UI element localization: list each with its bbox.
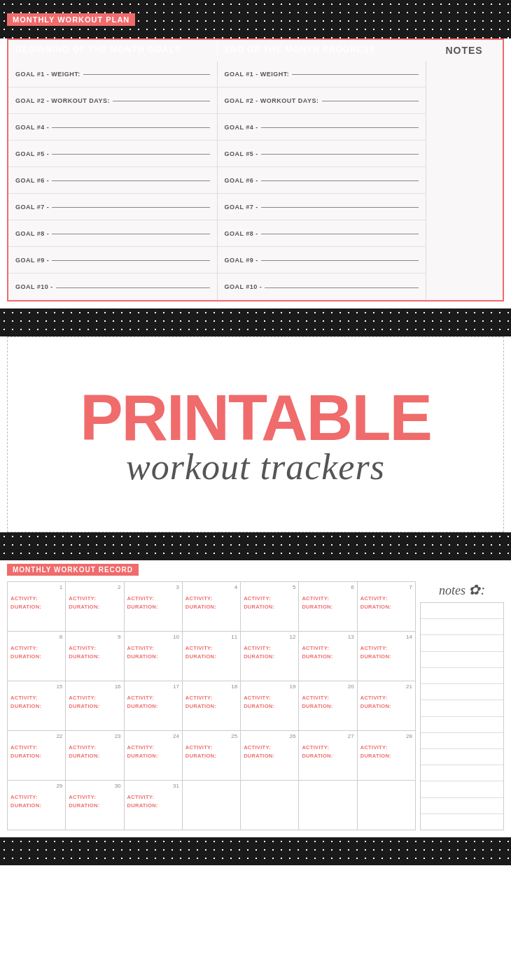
goal-right-label: GOAL #4 - [225,124,258,131]
activity-label: ACTIVITY: [360,744,412,751]
goal-left-label: GOAL #5 - [15,150,49,157]
day-number: 5 [244,584,295,590]
calendar-grid: 1 ACTIVITY: DURATION: 2 ACTIVITY: DURATI… [7,581,416,830]
polka-bottom [0,837,511,865]
activity-label: ACTIVITY: [360,595,412,602]
activity-label: ACTIVITY: [10,595,62,602]
notes-line [421,749,503,765]
activity-label: ACTIVITY: [186,595,237,602]
duration-label: DURATION: [127,802,179,809]
goals-table-header: BEGINNING OF THE MONTH GOALS END OF THE … [8,40,503,61]
calendar-day-cell: 30 ACTIVITY: DURATION: [66,781,124,830]
goal-right-line [322,101,419,101]
calendar-day-cell: 27 ACTIVITY: DURATION: [299,731,357,780]
goals-right-column: GOAL #1 - WEIGHT:GOAL #2 - WORKOUT DAYS:… [218,61,426,300]
duration-label: DURATION: [69,653,120,660]
goals-left-column: GOAL #1 - WEIGHT:GOAL #2 - WORKOUT DAYS:… [8,61,218,300]
goal-right-line [261,154,419,155]
day-number: 25 [186,733,237,739]
calendar-day-cell: 5 ACTIVITY: DURATION: [241,582,299,631]
goal-left-row: GOAL #6 - [8,167,217,194]
goal-left-label: GOAL #2 - WORKOUT DAYS: [15,97,110,104]
calendar-day-cell: 29 ACTIVITY: DURATION: [8,781,66,830]
duration-label: DURATION: [10,802,62,809]
calendar-week-row: 15 ACTIVITY: DURATION: 16 ACTIVITY: DURA… [8,681,415,731]
calendar-day-cell: 25 ACTIVITY: DURATION: [183,731,241,780]
day-number: 18 [186,683,237,690]
plan-section-label: MONTHLY WORKOUT PLAN [7,13,135,26]
activity-label: ACTIVITY: [10,695,62,701]
day-number: 3 [127,584,179,590]
calendar-day-cell: 23 ACTIVITY: DURATION: [66,731,124,780]
calendar-week-row: 29 ACTIVITY: DURATION: 30 ACTIVITY: DURA… [8,781,415,830]
goal-left-row: GOAL #1 - WEIGHT: [8,61,217,87]
day-number: 15 [10,683,62,690]
goal-right-line [265,287,419,288]
goal-left-row: GOAL #2 - WORKOUT DAYS: [8,87,217,114]
goal-left-row: GOAL #10 - [8,274,217,300]
duration-label: DURATION: [186,653,237,660]
goal-right-line [261,127,419,128]
calendar-day-cell: 26 ACTIVITY: DURATION: [241,731,299,780]
goal-left-line [52,260,209,261]
calendar-day-cell: 28 ACTIVITY: DURATION: [358,731,415,780]
goal-left-line [56,287,210,288]
goal-right-line [292,74,419,75]
notes-line [421,717,503,733]
calendar-day-cell: 1 ACTIVITY: DURATION: [8,582,66,631]
goal-right-line [261,207,419,208]
notes-line [421,603,503,619]
printable-banner: PRINTABLE workout trackers [7,336,504,532]
goal-right-label: GOAL #8 - [225,230,258,237]
calendar-week-row: 8 ACTIVITY: DURATION: 9 ACTIVITY: DURATI… [8,632,415,681]
notes-line [421,781,503,797]
notes-line [421,668,503,684]
calendar-week-row: 1 ACTIVITY: DURATION: 2 ACTIVITY: DURATI… [8,582,415,632]
duration-label: DURATION: [360,703,412,709]
goal-left-label: GOAL #4 - [15,124,49,131]
calendar-day-cell: 2 ACTIVITY: DURATION: [66,582,124,631]
calendar-day-cell: 7 ACTIVITY: DURATION: [358,582,415,631]
calendar-day-cell: 31 ACTIVITY: DURATION: [125,781,183,830]
record-label-row: MONTHLY WORKOUT RECORD [7,564,504,576]
goals-section: BEGINNING OF THE MONTH GOALS END OF THE … [0,38,511,308]
goal-left-label: GOAL #9 - [15,257,49,264]
day-number: 26 [244,733,295,739]
goal-right-label: GOAL #2 - WORKOUT DAYS: [225,97,319,104]
goal-right-label: GOAL #9 - [225,257,258,264]
day-number: 23 [69,733,120,739]
banner-title: PRINTABLE [80,385,431,450]
activity-label: ACTIVITY: [127,794,179,800]
goal-left-row: GOAL #9 - [8,247,217,274]
goal-right-row: GOAL #6 - [218,167,426,194]
calendar-day-cell: 15 ACTIVITY: DURATION: [8,681,66,730]
activity-label: ACTIVITY: [244,595,295,602]
activity-label: ACTIVITY: [244,645,295,651]
goals-header-notes: NOTES [426,40,503,61]
goal-right-row: GOAL #1 - WEIGHT: [218,61,426,87]
goal-right-label: GOAL #6 - [225,177,258,184]
goal-left-row: GOAL #8 - [8,220,217,247]
calendar-day-cell: 16 ACTIVITY: DURATION: [66,681,124,730]
goal-left-line [52,234,209,234]
duration-label: DURATION: [127,753,179,759]
activity-label: ACTIVITY: [69,595,120,602]
goal-right-line [261,180,419,181]
activity-label: ACTIVITY: [127,645,179,651]
calendar-day-cell [241,781,299,830]
day-number: 11 [186,634,237,640]
day-number: 7 [360,584,412,590]
goal-left-line [83,74,210,75]
activity-label: ACTIVITY: [69,695,120,701]
duration-label: DURATION: [10,604,62,610]
goal-right-row: GOAL #4 - [218,114,426,141]
goal-left-line [113,101,209,101]
goal-right-line [261,234,419,234]
activity-label: ACTIVITY: [302,744,354,751]
calendar-day-cell: 11 ACTIVITY: DURATION: [183,632,241,681]
calendar-week-row: 22 ACTIVITY: DURATION: 23 ACTIVITY: DURA… [8,731,415,781]
notes-panel-header: notes ✿: [420,581,504,598]
calendar-day-cell: 19 ACTIVITY: DURATION: [241,681,299,730]
duration-label: DURATION: [244,753,295,759]
day-number: 12 [244,634,295,640]
